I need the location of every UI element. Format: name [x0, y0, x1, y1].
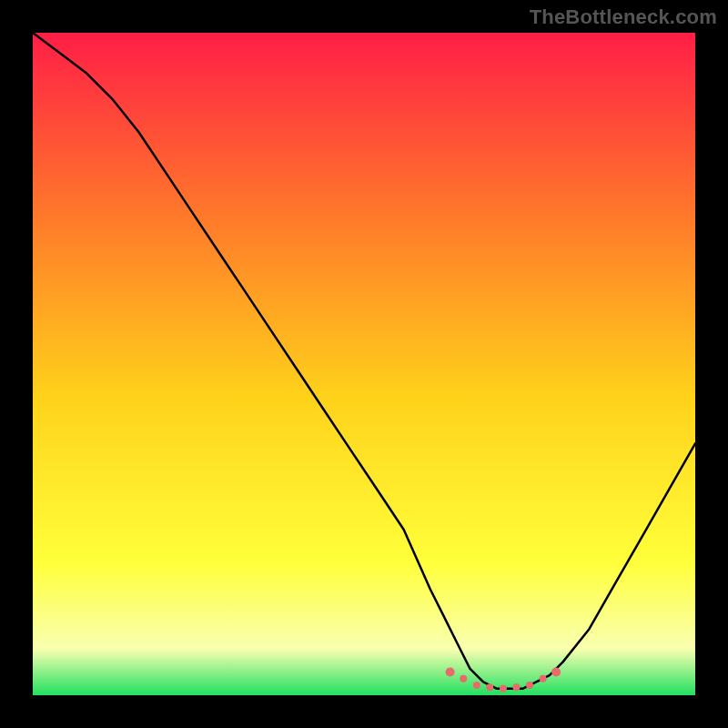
chart-container: TheBottleneck.com — [0, 0, 728, 728]
plot-background — [33, 33, 695, 695]
highlight-marker — [486, 683, 493, 691]
highlight-marker — [473, 682, 480, 689]
bottleneck-chart — [0, 0, 728, 728]
highlight-marker — [526, 682, 533, 689]
highlight-marker — [540, 675, 547, 682]
highlight-marker — [500, 685, 507, 693]
watermark-text: TheBottleneck.com — [530, 5, 717, 29]
highlight-marker — [446, 668, 455, 677]
highlight-marker — [551, 668, 561, 677]
highlight-marker — [460, 675, 467, 682]
highlight-marker — [512, 683, 520, 691]
